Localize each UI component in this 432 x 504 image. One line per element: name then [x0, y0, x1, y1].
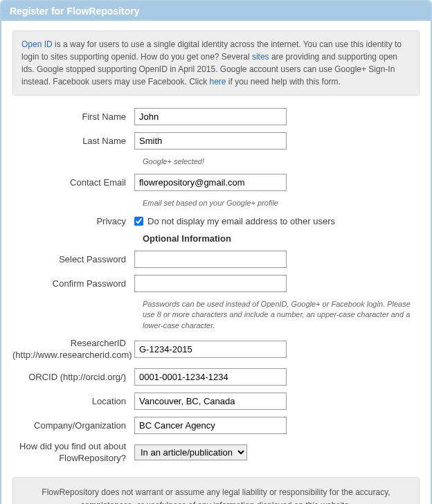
disclaimer-text: FlowRepository does not warrant or assum…	[24, 486, 408, 504]
researcherid-input[interactable]	[134, 341, 287, 358]
row-company: Company/Organization	[12, 417, 420, 434]
row-orcid: ORCID (http://orcid.org/)	[12, 368, 420, 386]
findout-label: How did you find out about FlowRepositor…	[12, 441, 134, 465]
row-researcherid: ResearcherID (http://www.researcherid.co…	[12, 338, 420, 361]
first-name-label: First Name	[12, 111, 134, 122]
email-input[interactable]	[134, 174, 287, 191]
row-privacy: Privacy Do not display my email address …	[12, 216, 420, 226]
company-input[interactable]	[134, 417, 287, 434]
confirm-password-input[interactable]	[134, 275, 287, 292]
row-location: Location	[12, 393, 420, 410]
panel-body: Open ID is a way for users to use a sing…	[1, 21, 431, 504]
row-findout: How did you find out about FlowRepositor…	[12, 441, 420, 465]
optional-info-title: Optional Information	[143, 233, 420, 244]
first-name-input[interactable]	[134, 108, 287, 125]
last-name-input[interactable]	[134, 132, 287, 150]
register-panel: Register for FlowRepository Open ID is a…	[0, 0, 432, 504]
orcid-input[interactable]	[134, 368, 287, 386]
findout-select[interactable]: In an article/publication	[134, 444, 247, 460]
password-label: Select Password	[12, 254, 134, 264]
company-label: Company/Organization	[12, 420, 134, 431]
sites-link[interactable]: sites	[252, 52, 269, 62]
password-input[interactable]	[134, 251, 287, 268]
disclaimer-box: FlowRepository does not warrant or assum…	[12, 477, 420, 504]
row-last-name: Last Name	[12, 132, 420, 150]
password-hint: Passwords can be used instead of OpenID,…	[143, 299, 420, 331]
privacy-checkbox-label: Do not display my email address to other…	[147, 216, 335, 226]
email-label: Contact Email	[12, 177, 134, 188]
privacy-checkbox-wrapper[interactable]: Do not display my email address to other…	[134, 216, 420, 226]
row-email: Contact Email	[12, 174, 420, 191]
openid-link[interactable]: Open ID	[21, 39, 53, 49]
email-hint: Email set based on your Google+ profile	[143, 198, 420, 208]
info-text: if you need help with this form.	[226, 77, 341, 87]
help-here-link[interactable]: here	[209, 77, 226, 87]
privacy-label: Privacy	[12, 216, 134, 226]
panel-title: Register for FlowRepository	[1, 1, 431, 21]
location-label: Location	[12, 396, 134, 406]
confirm-password-label: Confirm Password	[12, 278, 134, 289]
privacy-checkbox[interactable]	[134, 217, 143, 226]
researcherid-label: ResearcherID (http://www.researcherid.co…	[12, 338, 134, 361]
last-name-label: Last Name	[12, 136, 134, 146]
location-input[interactable]	[134, 393, 287, 410]
gplus-selected-hint: Google+ selected!	[143, 156, 420, 167]
row-password: Select Password	[12, 251, 420, 268]
row-first-name: First Name	[12, 108, 420, 125]
openid-info-box: Open ID is a way for users to use a sing…	[12, 30, 420, 96]
row-confirm-password: Confirm Password	[12, 275, 420, 292]
orcid-label: ORCID (http://orcid.org/)	[12, 372, 134, 382]
